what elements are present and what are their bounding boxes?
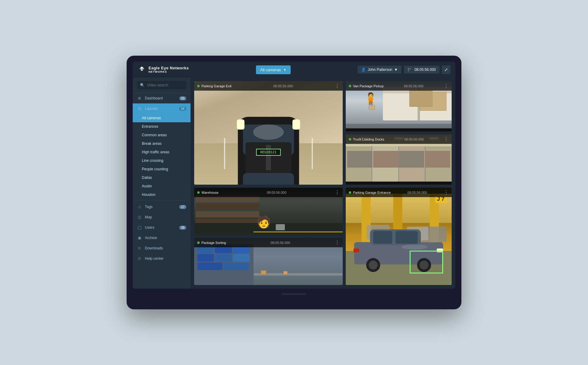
live-dot (197, 242, 200, 244)
svg-rect-5 (292, 119, 300, 130)
archive-icon: ▣ (137, 236, 142, 240)
map-icon: ◫ (137, 215, 142, 219)
tile-header-warehouse: Warehouse 08:05:56.000 ⋮ (194, 188, 343, 197)
expand-button[interactable]: ⤢ (442, 65, 450, 74)
tile-header-left: Parking Garage Exit (197, 84, 231, 88)
camera-tile-parking-entrance: Parking Garage Entrance 08:05:56.000 ⋮ (346, 188, 452, 285)
sidebar-search: 🔍 (133, 78, 191, 93)
sidebar-item-downloads[interactable]: ⊙ Downloads (133, 243, 191, 253)
user-chevron-icon: ▼ (394, 68, 398, 72)
svg-point-20 (402, 244, 427, 249)
tags-badge: 17 (179, 205, 186, 209)
search-input-wrap: 🔍 (137, 81, 186, 89)
svg-rect-13 (395, 231, 418, 244)
time-value: 08:05:56.000 (415, 68, 436, 72)
tile-header-left: Van Package Pickup (349, 84, 384, 88)
sidebar-item-label: Downloads (145, 246, 163, 250)
sidebar-item-tags[interactable]: ◇ Tags 17 (133, 202, 191, 212)
sidebar-item-layouts[interactable]: ⊡ Layouts 24 (133, 103, 191, 114)
logo-text: Eagle Eye Networks NETWORKS (149, 66, 189, 74)
layouts-badge: 24 (179, 107, 186, 111)
tile-header-truck-loading: Truck Loading Docks 08:05:56.000 ⋮ (346, 134, 452, 144)
camera-grid: Parking Garage Exit 08:05:56.000 ⋮ (191, 78, 455, 289)
sidebar-subitem-austin[interactable]: Austin (133, 182, 191, 190)
tile-header-left: Warehouse (197, 191, 219, 194)
downloads-icon: ⊙ (137, 246, 142, 250)
sidebar-subitem-line-crossing[interactable]: Line crossing (133, 156, 191, 165)
brand-name: Eagle Eye Networks (149, 66, 189, 71)
user-icon: 👤 (361, 68, 366, 72)
top-bar-right: 👤 John Patterson ▼ 🏴 08:05:56.000 ⤢ (358, 65, 450, 74)
tile-menu-icon[interactable]: ⋮ (335, 240, 340, 245)
tile-menu-icon[interactable]: ⋮ (335, 83, 340, 89)
camera-tile-parking-exit: Parking Garage Exit 08:05:56.000 ⋮ (194, 81, 343, 185)
camera-name-van-pickup: Van Package Pickup (353, 84, 384, 88)
sidebar-subitem-all-cameras[interactable]: All cameras (133, 114, 191, 122)
search-icon: 🔍 (140, 83, 145, 87)
time-display: 🏴 08:05:56.000 (404, 66, 439, 74)
live-dot (197, 85, 200, 87)
help-icon: ⊙ (137, 256, 142, 261)
laptop-frame: Eagle Eye Networks NETWORKS All cameras … (127, 56, 461, 309)
tile-header-parking-exit: Parking Garage Exit 08:05:56.000 ⋮ (194, 81, 343, 91)
live-dot (349, 191, 351, 194)
camera-tile-warehouse: Warehouse 08:05:56.000 ⋮ (194, 188, 343, 235)
camera-tile-truck-loading: Truck Loading Docks 08:05:56.000 ⋮ (346, 134, 452, 185)
svg-point-15 (369, 261, 378, 269)
user-label: John Patterson (368, 68, 392, 72)
sidebar-item-map[interactable]: ◫ Map (133, 212, 191, 222)
sidebar-item-archive[interactable]: ▣ Archive (133, 233, 191, 243)
license-plate-overlay: REU20121 (256, 149, 281, 156)
sidebar-subitem-entrances[interactable]: Entrances (133, 122, 191, 131)
search-input[interactable] (147, 83, 183, 87)
sidebar-item-users[interactable]: ◯ Users 36 (133, 222, 191, 233)
tile-header-left: Package Sorting (197, 241, 226, 245)
tile-menu-icon[interactable]: ⋮ (444, 189, 449, 195)
dashboard-badge: 55 (179, 96, 186, 100)
camera-name-truck-loading: Truck Loading Docks (353, 137, 384, 141)
logo-area: Eagle Eye Networks NETWORKS (138, 65, 189, 74)
sidebar-subitem-common-areas[interactable]: Common areas (133, 131, 191, 139)
sidebar-item-help[interactable]: ⊙ Help center (133, 253, 191, 264)
dashboard-icon: ⊞ (137, 96, 142, 100)
sidebar-item-dashboard[interactable]: ⊞ Dashboard 55 (133, 93, 191, 103)
detection-box (410, 251, 443, 273)
live-dot (349, 138, 351, 141)
sidebar-item-label: Help center (145, 256, 163, 261)
tile-menu-icon[interactable]: ⋮ (444, 136, 449, 142)
live-dot (197, 191, 200, 194)
layouts-icon: ⊡ (137, 106, 142, 111)
tile-header-left: Truck Loading Docks (349, 137, 384, 141)
sidebar-subitem-dallas[interactable]: Dallas (133, 173, 191, 182)
chin-notch (282, 293, 306, 295)
tile-menu-icon[interactable]: ⋮ (335, 189, 340, 195)
camera-name-parking-entrance: Parking Garage Entrance (353, 191, 391, 194)
sidebar-subitem-break-areas[interactable]: Break areas (133, 139, 191, 148)
cameras-dropdown-label: All cameras (260, 68, 281, 72)
tile-header-left: Parking Garage Entrance (349, 191, 391, 194)
sidebar-item-label: Layouts (145, 106, 158, 111)
logo-icon (138, 65, 146, 74)
sidebar-item-label: Map (145, 215, 152, 219)
sidebar-subitem-houston[interactable]: Houston (133, 190, 191, 199)
svg-rect-12 (373, 231, 392, 244)
svg-rect-2 (243, 173, 294, 185)
camera-tile-package-sorting: Package Sorting 08:05:56.000 ⋮ (194, 238, 343, 285)
tile-menu-icon[interactable]: ⋮ (444, 83, 449, 89)
users-icon: ◯ (137, 225, 142, 230)
camera-tile-van-pickup: Van Package Pickup 08:05:56.000 ⋮ (346, 81, 452, 131)
cameras-dropdown[interactable]: All cameras ▼ (256, 65, 291, 74)
nav-divider-1 (133, 200, 191, 200)
sidebar-item-label: Users (145, 225, 154, 230)
user-menu-button[interactable]: 👤 John Patterson ▼ (358, 66, 401, 74)
sidebar-subitem-high-traffic[interactable]: High traffic areas (133, 148, 191, 156)
sidebar-item-label: Tags (145, 205, 152, 209)
chevron-down-icon: ▼ (283, 68, 286, 71)
tile-header-parking-entrance: Parking Garage Entrance 08:05:56.000 ⋮ (346, 188, 452, 197)
flag-icon: 🏴 (408, 68, 412, 72)
tile-header-package-sorting: Package Sorting 08:05:56.000 ⋮ (194, 238, 343, 247)
sidebar-item-label: Dashboard (145, 96, 163, 100)
live-dot (349, 85, 351, 87)
sidebar-subitem-people-counting[interactable]: People counting (133, 165, 191, 173)
camera-time-truck-loading: 08:05:56.000 (404, 137, 424, 141)
